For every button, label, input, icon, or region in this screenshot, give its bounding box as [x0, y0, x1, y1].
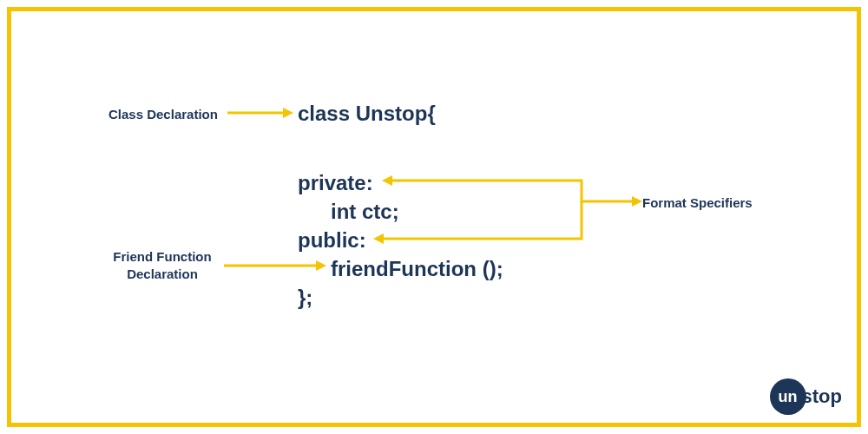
label-friend-function-l1: Friend Function — [106, 248, 219, 266]
label-format-specifiers: Format Specifiers — [642, 194, 753, 212]
svg-marker-5 — [632, 196, 642, 207]
logo-circle: un — [770, 378, 806, 415]
label-friend-function-declaration: Friend Function Declaration — [106, 248, 219, 282]
label-class-declaration: Class Declaration — [108, 106, 218, 123]
svg-marker-3 — [316, 260, 326, 271]
logo: un stop — [770, 378, 842, 415]
code-line-2: private: — [298, 169, 373, 196]
code-line-4: public: — [298, 227, 366, 253]
svg-marker-4 — [382, 175, 392, 186]
code-line-5: friendFunction (); — [298, 255, 503, 282]
arrow-friend-function — [224, 259, 326, 273]
svg-marker-1 — [283, 108, 293, 118]
logo-text: stop — [802, 385, 842, 408]
svg-marker-6 — [373, 233, 384, 244]
code-line-1: class Unstop{ — [298, 100, 436, 127]
code-line-6: }; — [298, 284, 312, 311]
label-friend-function-l2: Declaration — [106, 266, 219, 283]
arrow-class-declaration — [227, 106, 293, 120]
logo-circle-text: un — [779, 388, 798, 406]
arrow-public-to-format — [373, 197, 590, 247]
